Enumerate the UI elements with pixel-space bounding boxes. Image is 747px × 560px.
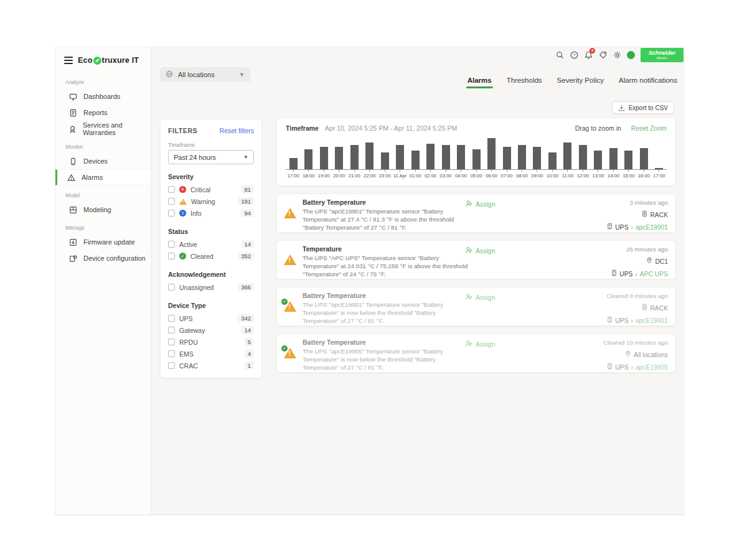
filter-option-unassigned[interactable]: Unassigned366 [168,281,254,293]
filter-option-label: Active [179,241,237,248]
filter-option-active[interactable]: Active14 [168,238,254,250]
histogram-bar[interactable] [304,149,312,169]
menu-icon[interactable] [64,55,73,66]
timeframe-filter-label: Timeframe [168,142,254,148]
histogram-bar[interactable] [396,145,404,169]
filter-option-info[interactable]: iInfo94 [168,207,254,219]
histogram-bar[interactable] [335,147,343,169]
sidebar-item-dashboards[interactable]: Dashboards [55,88,151,105]
alarm-location[interactable]: DC1 [611,257,668,266]
assign-button[interactable]: Assign [465,340,496,348]
histogram-bar[interactable] [594,151,602,169]
info-severity-icon: i [179,210,186,217]
checkbox[interactable] [168,241,175,248]
device-name-link[interactable]: apcE19901 [636,317,668,325]
sidebar-item-device-configuration[interactable]: Device configuration [55,250,151,266]
histogram-bar[interactable] [457,145,465,169]
histogram-bar[interactable] [442,145,450,169]
histogram-bar[interactable] [381,152,389,169]
alarm-card[interactable]: Battery TemperatureThe UPS "apcE19901" T… [276,194,676,233]
device-name-link[interactable]: apcE19905 [636,363,668,371]
alarm-histogram[interactable]: 17:0018:0019:0020:0021:0022:0023:0011 Ap… [286,137,667,179]
logo-suffix: truxure IT [102,56,139,65]
user-avatar[interactable] [627,51,635,59]
filter-option-warning[interactable]: Warning191 [168,195,254,207]
sidebar-item-services-and-warranties[interactable]: Services and Warranties [55,121,151,137]
location-filter-dropdown[interactable]: All locations ▼ [160,67,250,82]
alarm-location[interactable]: RACK [607,210,668,219]
filter-option-cleared[interactable]: ✓Cleared352 [168,250,254,262]
histogram-bar[interactable] [503,147,511,169]
feedback-tag-icon[interactable] [598,50,607,59]
filter-option-rpdu[interactable]: RPDU5 [168,336,254,348]
histogram-bar[interactable] [320,147,328,169]
alarm-device-breadcrumb: UPS›apcE19905 [603,363,668,371]
help-icon[interactable]: ? [570,50,578,59]
sidebar-item-alarms[interactable]: Alarms [55,169,151,185]
checkbox[interactable] [168,284,175,291]
tab-severity-policy[interactable]: Severity Policy [557,77,604,88]
checkbox[interactable] [168,253,175,259]
histogram-bar[interactable] [624,151,632,169]
reset-zoom-link[interactable]: Reset Zoom [631,124,667,132]
tab-alarm-notifications[interactable]: Alarm notifications [619,77,677,88]
assign-button[interactable]: Assign [465,293,496,302]
histogram-bar[interactable] [426,144,435,169]
histogram-bar[interactable] [472,149,481,169]
histogram-bar[interactable] [289,158,298,169]
notifications-bell-icon[interactable]: 3 [584,50,593,59]
tab-alarms[interactable]: Alarms [467,77,492,88]
histogram-bar[interactable] [548,152,557,169]
histogram-bar[interactable] [411,151,420,169]
alarm-location-label: RACK [650,211,668,219]
assign-button[interactable]: Assign [465,200,496,208]
filter-option-critical[interactable]: ✕Critical81 [168,184,254,195]
axis-label: 17:00 [288,173,299,179]
alarm-location[interactable]: All locations [603,350,668,359]
histogram-bar[interactable] [640,148,648,169]
alarm-card[interactable]: TemperatureThe UPS "APC UPS" Temperature… [276,240,676,279]
sidebar-item-modeling[interactable]: Modeling [55,202,151,218]
sidebar-sections: AnalyzeDashboardsReportsServices and War… [55,72,151,266]
notification-badge: 3 [590,48,595,54]
reset-filters-link[interactable]: Reset filters [220,127,254,134]
assign-button[interactable]: Assign [465,246,496,255]
histogram-bar[interactable] [655,168,663,169]
histogram-bar[interactable] [350,145,359,169]
export-to-csv-button[interactable]: Export to CSV [612,101,674,114]
checkbox[interactable] [168,186,175,193]
checkbox[interactable] [168,338,175,345]
schneider-electric-logo[interactable]: Schneider Electric [641,48,684,62]
filter-option-crac[interactable]: CRAC1 [168,360,254,371]
histogram-bar[interactable] [563,142,571,169]
checkbox[interactable] [168,362,175,369]
histogram-bar[interactable] [609,148,618,169]
checkbox[interactable] [168,350,175,357]
checkbox[interactable] [168,327,175,334]
filter-option-ems[interactable]: EMS4 [168,348,254,360]
histogram-bar[interactable] [579,145,587,169]
filter-option-gateway[interactable]: Gateway14 [168,324,254,336]
tab-thresholds[interactable]: Thresholds [507,77,542,88]
axis-tick [644,170,644,172]
device-name-link[interactable]: apcE19901 [636,223,668,231]
alarm-card[interactable]: ✓Battery TemperatureThe UPS "apcE19905" … [276,334,676,373]
checkbox[interactable] [168,210,175,217]
histogram-bar[interactable] [365,142,374,169]
checkbox[interactable] [168,315,175,322]
filter-option-ups[interactable]: UPS342 [168,312,254,324]
sidebar-item-devices[interactable]: Devices [55,153,151,169]
axis-tick [324,170,324,172]
histogram-bar[interactable] [518,145,526,169]
checkbox[interactable] [168,198,175,205]
alarm-location[interactable]: RACK [606,304,668,312]
alarm-card[interactable]: ✓Battery TemperatureThe UPS "apcE19901" … [276,287,676,326]
sidebar-item-firmware-update[interactable]: Firmware update [55,234,151,250]
histogram-bar[interactable] [533,147,541,169]
sidebar-item-reports[interactable]: Reports [55,105,151,121]
timeframe-select[interactable]: Past 24 hours ▼ [168,150,254,164]
device-name-link[interactable]: APC UPS [640,270,668,278]
settings-gear-icon[interactable] [613,50,621,59]
search-icon[interactable] [555,50,564,59]
histogram-bar[interactable] [487,138,496,169]
